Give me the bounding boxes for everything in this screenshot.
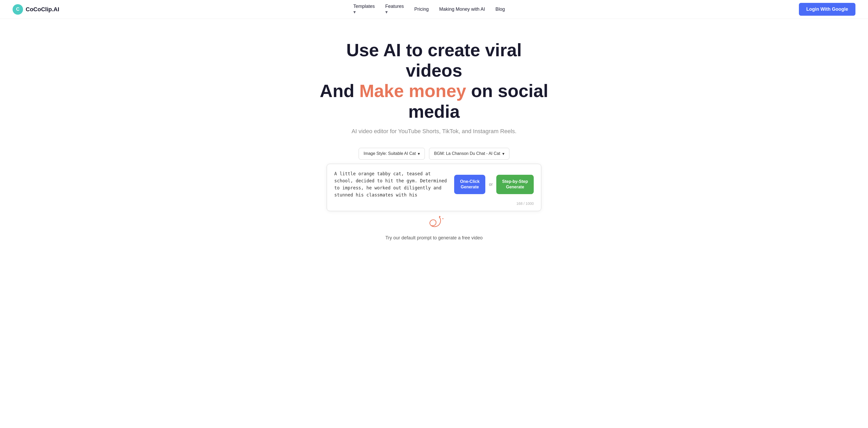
hero-highlight: Make money bbox=[360, 81, 466, 101]
bgm-dropdown[interactable]: BGM: La Chanson Du Chat - AI Cat ▾ bbox=[429, 148, 509, 160]
char-count: 168 / 1000 bbox=[334, 201, 534, 206]
bgm-label: BGM: La Chanson Du Chat - AI Cat bbox=[434, 151, 500, 156]
chevron-down-icon: ▾ bbox=[502, 151, 504, 156]
chevron-down-icon: ▾ bbox=[353, 9, 375, 15]
input-row: A little orange tabby cat, teased at sch… bbox=[334, 170, 534, 199]
logo[interactable]: C CoCoClip.AI bbox=[12, 4, 59, 15]
nav-item-pricing[interactable]: Pricing bbox=[414, 6, 429, 12]
logo-text: CoCoClip.AI bbox=[26, 6, 59, 13]
swirl-icon bbox=[424, 215, 444, 233]
chevron-down-icon: ▾ bbox=[418, 151, 420, 156]
nav-links: Templates ▾ Features ▾ Pricing Making Mo… bbox=[353, 4, 505, 15]
nav-item-making-money[interactable]: Making Money with AI bbox=[439, 6, 485, 12]
image-style-label: Image Style: Suitable AI Cat bbox=[364, 151, 416, 156]
chevron-down-icon: ▾ bbox=[385, 9, 404, 15]
story-textarea[interactable]: A little orange tabby cat, teased at sch… bbox=[334, 170, 449, 199]
controls-area: Image Style: Suitable AI Cat ▾ BGM: La C… bbox=[327, 148, 541, 211]
dropdowns-row: Image Style: Suitable AI Cat ▾ BGM: La C… bbox=[359, 148, 509, 160]
hero-title-line1: Use AI to create viral videos bbox=[316, 40, 552, 80]
one-click-generate-button[interactable]: One-ClickGenerate bbox=[454, 175, 485, 194]
svg-point-1 bbox=[442, 218, 443, 219]
hero-subtitle: AI video editor for YouTube Shorts, TikT… bbox=[351, 128, 517, 135]
free-prompt-hint: Try our default prompt to generate a fre… bbox=[385, 235, 483, 241]
logo-icon: C bbox=[12, 4, 23, 15]
svg-point-0 bbox=[439, 216, 440, 217]
step-by-step-generate-button[interactable]: Step-by-StepGenerate bbox=[496, 175, 534, 194]
input-card: A little orange tabby cat, teased at sch… bbox=[327, 164, 541, 211]
navbar: C CoCoClip.AI Templates ▾ Features ▾ Pri… bbox=[0, 0, 868, 19]
swirl-decoration bbox=[424, 213, 444, 234]
nav-item-blog[interactable]: Blog bbox=[496, 6, 505, 12]
hero-title-line2: And Make money on social media bbox=[316, 80, 552, 121]
nav-item-templates[interactable]: Templates ▾ bbox=[353, 4, 375, 15]
or-divider: or bbox=[489, 182, 493, 187]
login-button[interactable]: Login With Google bbox=[799, 3, 856, 16]
image-style-dropdown[interactable]: Image Style: Suitable AI Cat ▾ bbox=[359, 148, 425, 160]
generate-btn-group: One-ClickGenerate or Step-by-StepGenerat… bbox=[454, 175, 534, 194]
nav-item-features[interactable]: Features ▾ bbox=[385, 4, 404, 15]
hero-section: Use AI to create viral videos And Make m… bbox=[0, 19, 868, 251]
